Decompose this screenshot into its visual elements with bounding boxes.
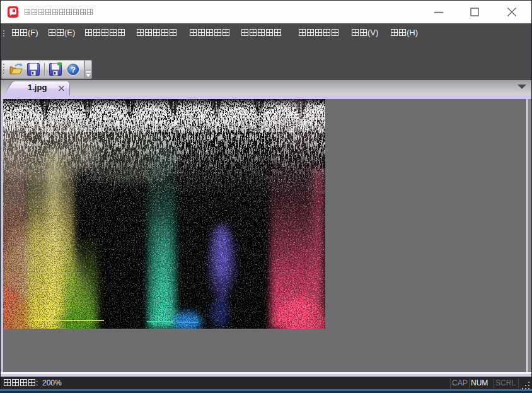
- svg-text:?: ?: [71, 66, 76, 74]
